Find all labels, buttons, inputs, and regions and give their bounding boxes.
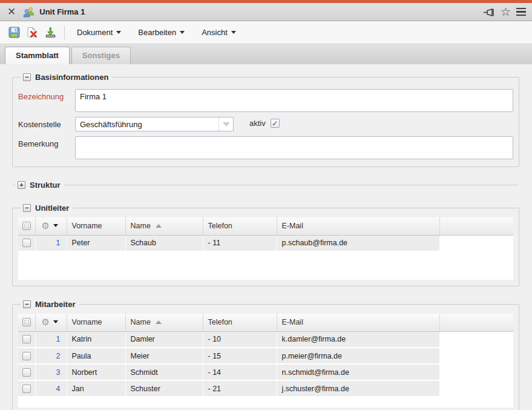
- close-icon[interactable]: ✕: [6, 7, 17, 17]
- kostenstelle-value: Geschäftsführung: [76, 120, 218, 129]
- save-button[interactable]: [6, 25, 22, 41]
- unit-window: ✕ Unit Firma 1 ☆: [0, 0, 532, 410]
- select-all-checkbox[interactable]: [22, 318, 31, 326]
- cell-email: j.schuster@firma.de: [277, 380, 439, 397]
- cell-telefon: - 11: [203, 235, 277, 251]
- section-struktur: + Struktur: [12, 180, 519, 190]
- kostenstelle-select[interactable]: Geschäftsführung: [75, 117, 234, 131]
- tab-stammblatt[interactable]: Stammblatt: [5, 47, 70, 64]
- aktiv-checkbox[interactable]: ✓: [271, 119, 280, 128]
- chevron-down-icon: [116, 31, 121, 34]
- import-button[interactable]: [42, 25, 58, 41]
- column-header-vorname[interactable]: Vorname: [67, 217, 125, 235]
- window-title: Unit Firma 1: [39, 7, 85, 16]
- table-row[interactable]: 1 Katrin Damler - 10 k.damler@firma.de: [18, 331, 513, 348]
- cell-name: Schaub: [125, 235, 203, 251]
- bezeichnung-field[interactable]: Firma 1: [75, 89, 513, 112]
- table-row[interactable]: 1 Peter Schaub - 11 p.schaub@firma.de: [18, 235, 513, 251]
- collapse-icon[interactable]: −: [23, 300, 31, 308]
- aktiv-label: aktiv: [249, 119, 266, 128]
- grid-options-menu[interactable]: ⚙: [42, 317, 58, 326]
- titlebar: ✕ Unit Firma 1 ☆: [0, 3, 532, 21]
- section-title: Basisinformationen: [35, 73, 108, 82]
- cell-email: n.schmidt@firma.de: [277, 364, 439, 380]
- combo-trigger-button[interactable]: [218, 117, 233, 131]
- cell-name: Schmidt: [125, 364, 203, 380]
- collapse-icon[interactable]: −: [23, 73, 31, 81]
- column-header-email[interactable]: E-Mail: [277, 217, 439, 235]
- column-header-telefon[interactable]: Telefon: [203, 217, 277, 235]
- cell-name: Schuster: [125, 380, 203, 397]
- column-header-name-label: Name: [131, 318, 151, 326]
- tab-content-stammblatt: − Basisinformationen Bezeichnung Firma 1…: [0, 64, 532, 410]
- chevron-down-icon: [231, 31, 236, 34]
- chevron-down-icon: [180, 31, 185, 34]
- row-number: 4: [35, 380, 67, 397]
- chevron-down-icon: [53, 224, 58, 227]
- discard-document-button[interactable]: [24, 25, 40, 41]
- cell-email: p.schaub@firma.de: [277, 235, 439, 251]
- grid-options-menu[interactable]: ⚙: [42, 221, 58, 230]
- row-number: 3: [35, 364, 67, 380]
- toolbar-separator: [64, 25, 65, 40]
- column-header-vorname[interactable]: Vorname: [67, 314, 125, 331]
- menu-ansicht[interactable]: Ansicht: [195, 24, 242, 41]
- cell-name: Meier: [125, 348, 203, 364]
- section-basisinformationen-header: − Basisinformationen: [21, 73, 112, 82]
- row-checkbox[interactable]: [22, 335, 31, 343]
- tab-sonstiges[interactable]: Sonstiges: [71, 47, 131, 64]
- menu-bearbeiten[interactable]: Bearbeiten: [132, 24, 191, 41]
- cell-telefon: - 21: [203, 380, 277, 397]
- row-number: 2: [35, 348, 67, 364]
- column-header-name[interactable]: Name: [125, 314, 203, 331]
- table-row[interactable]: 2 Paula Meier - 15 p.meier@firma.de: [18, 348, 513, 364]
- row-checkbox[interactable]: [22, 239, 31, 247]
- column-header-telefon[interactable]: Telefon: [203, 314, 277, 331]
- gear-icon: ⚙: [42, 317, 50, 326]
- cell-telefon: - 14: [203, 364, 277, 380]
- grid-header-row: ⚙ Vorname Name Telefon E-Mail: [18, 314, 513, 331]
- menu-bearbeiten-label: Bearbeiten: [138, 28, 176, 37]
- toolbar: Dokument Bearbeiten Ansicht: [0, 21, 532, 44]
- pin-icon[interactable]: [483, 7, 495, 18]
- section-unitleiter: − Unitleiter ⚙ Vorname Name Telefon E: [12, 203, 519, 286]
- mitarbeiter-grid: ⚙ Vorname Name Telefon E-Mail 1 Katrin D…: [18, 314, 513, 408]
- gear-icon: ⚙: [42, 221, 50, 230]
- chevron-down-icon: [53, 320, 58, 323]
- star-icon[interactable]: ☆: [501, 6, 511, 18]
- cell-vorname: Norbert: [67, 364, 125, 380]
- cell-name: Damler: [125, 331, 203, 348]
- cell-email: k.damler@firma.de: [277, 331, 439, 348]
- unit-people-icon: [22, 6, 35, 18]
- table-row[interactable]: 4 Jan Schuster - 21 j.schuster@firma.de: [18, 380, 513, 397]
- section-title: Mitarbeiter: [35, 300, 75, 309]
- row-checkbox[interactable]: [22, 352, 31, 360]
- column-header-name[interactable]: Name: [125, 217, 203, 235]
- cell-vorname: Katrin: [67, 331, 125, 348]
- kostenstelle-label: Kostenstelle: [18, 117, 75, 129]
- section-struktur-header: + Struktur: [15, 180, 64, 190]
- section-mitarbeiter-header: − Mitarbeiter: [21, 300, 79, 309]
- column-header-email[interactable]: E-Mail: [277, 314, 439, 331]
- hamburger-menu-icon[interactable]: [516, 8, 526, 16]
- section-unitleiter-header: − Unitleiter: [21, 203, 73, 213]
- expand-icon[interactable]: +: [18, 181, 25, 189]
- column-header-filler: [439, 217, 513, 235]
- select-all-checkbox[interactable]: [22, 222, 31, 230]
- section-mitarbeiter: − Mitarbeiter ⚙ Vorname Name Telefon: [12, 300, 519, 410]
- cell-telefon: - 10: [203, 331, 277, 348]
- row-number: 1: [35, 331, 67, 348]
- section-title: Struktur: [30, 180, 61, 190]
- table-row[interactable]: 3 Norbert Schmidt - 14 n.schmidt@firma.d…: [18, 364, 513, 380]
- grid-header-row: ⚙ Vorname Name Telefon E-Mail: [18, 217, 513, 235]
- row-number: 1: [35, 235, 67, 251]
- bemerkung-field[interactable]: [75, 136, 513, 159]
- row-checkbox[interactable]: [22, 385, 31, 393]
- section-basisinformationen: − Basisinformationen Bezeichnung Firma 1…: [12, 73, 519, 167]
- collapse-icon[interactable]: −: [23, 204, 31, 212]
- cell-vorname: Paula: [67, 348, 125, 364]
- bezeichnung-label: Bezeichnung: [18, 89, 75, 101]
- menu-dokument[interactable]: Dokument: [71, 24, 127, 41]
- tab-bar: Stammblatt Sonstiges: [0, 44, 532, 64]
- row-checkbox[interactable]: [22, 368, 31, 377]
